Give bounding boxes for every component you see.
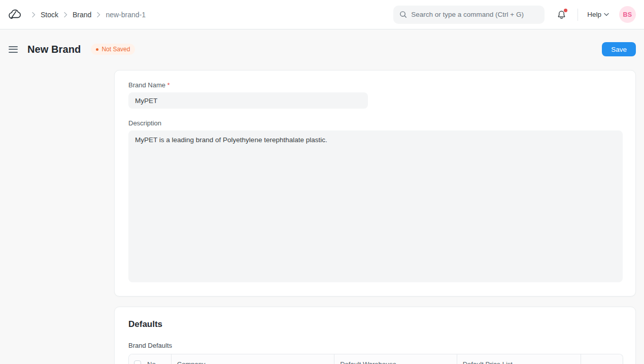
navbar-actions: Help BS	[393, 6, 636, 24]
frappe-cloud-logo-icon	[8, 9, 21, 20]
sidebar-toggle-button[interactable]	[8, 44, 18, 55]
app-logo[interactable]	[8, 9, 21, 20]
defaults-card: Defaults Brand Defaults No. Company Defa…	[114, 307, 636, 364]
required-marker: *	[167, 81, 170, 89]
brand-defaults-grid: No. Company Default Warehouse Default Pr…	[128, 354, 623, 364]
breadcrumb-item-brand[interactable]: Brand	[73, 11, 91, 19]
notification-dot	[564, 9, 567, 12]
page-title: New Brand	[27, 44, 81, 55]
help-label: Help	[587, 11, 601, 18]
global-search[interactable]	[393, 6, 545, 24]
description-textarea[interactable]: MyPET is a leading brand of Polyethylene…	[128, 130, 623, 282]
brand-form-card: Brand Name * Description MyPET is a lead…	[114, 70, 636, 296]
brand-defaults-grid-label: Brand Defaults	[128, 342, 622, 349]
breadcrumb: Stock Brand new-brand-1	[8, 9, 146, 20]
avatar[interactable]: BS	[619, 6, 636, 23]
select-all-checkbox[interactable]	[134, 360, 141, 364]
search-icon	[399, 11, 407, 18]
defaults-section-title: Defaults	[128, 319, 622, 329]
notifications-button[interactable]	[557, 10, 566, 19]
status-badge: Not Saved	[91, 44, 135, 55]
breadcrumb-item-stock[interactable]: Stock	[41, 11, 58, 19]
warehouse-column-label: Default Warehouse	[340, 360, 396, 364]
grid-header-extra	[581, 354, 623, 364]
grid-header-warehouse: Default Warehouse	[334, 354, 457, 364]
chevron-right-icon	[60, 12, 71, 18]
grid-header-price-list: Default Price List	[457, 354, 581, 364]
brand-name-label: Brand Name *	[128, 81, 622, 89]
status-badge-label: Not Saved	[101, 46, 130, 53]
brand-name-input[interactable]	[128, 92, 368, 109]
chevron-right-icon	[93, 12, 104, 18]
price-list-column-label: Default Price List	[463, 360, 513, 364]
save-button[interactable]: Save	[602, 42, 636, 56]
description-field: Description MyPET is a leading brand of …	[128, 119, 622, 282]
grid-header-company: Company	[172, 354, 334, 364]
help-menu[interactable]: Help	[587, 11, 609, 18]
company-column-label: Company	[177, 360, 206, 364]
description-label: Description	[128, 119, 622, 127]
idx-column-label: No.	[147, 360, 157, 364]
status-dot-icon	[96, 48, 98, 51]
page-head: New Brand Not Saved Save	[0, 29, 644, 56]
brand-name-field: Brand Name *	[128, 81, 622, 109]
search-input[interactable]	[411, 11, 538, 18]
grid-header-row: No. Company Default Warehouse Default Pr…	[129, 354, 623, 364]
breadcrumb-item-current: new-brand-1	[106, 11, 146, 19]
brand-name-label-text: Brand Name	[128, 81, 165, 89]
chevron-down-icon	[604, 13, 609, 16]
chevron-right-icon	[28, 12, 39, 18]
divider	[578, 9, 578, 21]
navbar: Stock Brand new-brand-1	[0, 0, 644, 29]
grid-header-idx: No.	[129, 354, 172, 364]
